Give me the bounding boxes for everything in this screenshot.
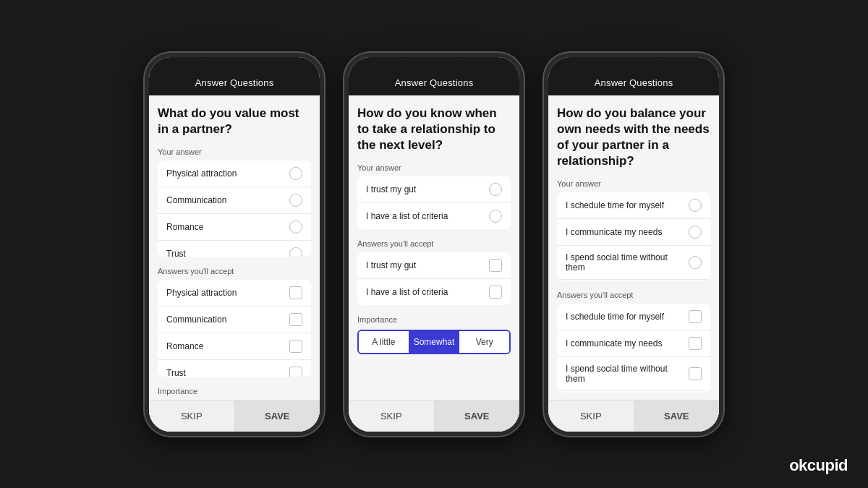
- option-label: I schedule time for myself: [566, 312, 664, 322]
- phone-2-footer: SKIP SAVE: [349, 400, 519, 432]
- importance-somewhat[interactable]: Somewhat: [409, 331, 460, 353]
- phone-3-save-button[interactable]: SAVE: [634, 401, 720, 432]
- list-item[interactable]: Trust: [158, 241, 311, 257]
- list-item[interactable]: I communicate my needs: [557, 330, 710, 357]
- checkbox[interactable]: [289, 286, 302, 299]
- checkbox[interactable]: [689, 310, 702, 323]
- list-item[interactable]: All of the above: [557, 280, 710, 281]
- option-label: I have a list of criteria: [366, 211, 448, 221]
- phone-1-importance-label: Importance: [158, 387, 311, 395]
- radio-circle[interactable]: [689, 256, 702, 269]
- option-label: Romance: [166, 222, 203, 232]
- radio-circle[interactable]: [289, 167, 302, 180]
- phone-2-importance-label: Importance: [357, 315, 511, 324]
- phone-1-footer: SKIP SAVE: [149, 400, 320, 432]
- importance-buttons: A little Somewhat Very: [357, 330, 511, 354]
- radio-circle[interactable]: [289, 194, 302, 207]
- phone-3-your-answer-group: I schedule time for myself I communicate…: [557, 192, 710, 281]
- checkbox[interactable]: [489, 259, 502, 272]
- phone-3-your-answer-label: Your answer: [557, 179, 710, 188]
- phone-1-skip-button[interactable]: SKIP: [149, 401, 234, 432]
- phone-1-accept-group: Physical attraction Communication Romanc…: [158, 280, 311, 376]
- phone-1-your-answer-group: Physical attraction Communication Romanc…: [158, 160, 311, 257]
- okcupid-logo: okcupid: [789, 456, 848, 475]
- list-item[interactable]: I spend social time without them: [557, 246, 710, 280]
- phone-2-your-answer-label: Your answer: [357, 163, 511, 172]
- checkbox[interactable]: [289, 313, 302, 326]
- list-item[interactable]: Physical attraction: [158, 280, 311, 307]
- option-label: I trust my gut: [366, 260, 416, 270]
- option-label: I have a list of criteria: [366, 287, 448, 297]
- checkbox[interactable]: [689, 337, 702, 350]
- notch-3: [605, 57, 663, 73]
- phone-2-question: How do you know when to take a relations…: [357, 106, 511, 153]
- option-label: I spend social time without them: [566, 252, 689, 273]
- radio-circle[interactable]: [689, 226, 702, 239]
- list-item[interactable]: I trust my gut: [357, 176, 511, 203]
- list-item[interactable]: I spend social time without them: [557, 357, 710, 391]
- option-label: Communication: [166, 195, 226, 205]
- option-label: Physical attraction: [166, 288, 237, 298]
- list-item[interactable]: I have a list of criteria: [357, 279, 511, 305]
- phone-3: Answer Questions How do you balance your…: [544, 53, 723, 436]
- phone-3-skip-button[interactable]: SKIP: [548, 401, 634, 432]
- list-item[interactable]: I schedule time for myself: [557, 304, 710, 330]
- importance-very[interactable]: Very: [459, 331, 509, 353]
- phone-2-accept-group: I trust my gut I have a list of criteria: [357, 252, 511, 305]
- phone-2-save-button[interactable]: SAVE: [435, 401, 520, 432]
- radio-circle[interactable]: [289, 247, 302, 257]
- phone-3-question: How do you balance your own needs with t…: [557, 106, 710, 169]
- option-label: Trust: [166, 249, 186, 257]
- radio-circle[interactable]: [689, 199, 702, 212]
- list-item[interactable]: Trust: [158, 360, 311, 376]
- option-label: I trust my gut: [366, 184, 416, 194]
- phone-2-accept-label: Answers you'll accept: [357, 239, 511, 248]
- phone-2-your-answer-group: I trust my gut I have a list of criteria: [357, 176, 511, 229]
- checkbox[interactable]: [289, 367, 302, 376]
- option-label: Romance: [166, 341, 203, 351]
- phone-2-skip-button[interactable]: SKIP: [349, 401, 434, 432]
- radio-circle[interactable]: [489, 210, 502, 223]
- phone-1: Answer Questions What do you value most …: [145, 53, 324, 436]
- phone-2-importance-section: A little Somewhat Very: [357, 330, 511, 354]
- phone-3-accept-label: Answers you'll accept: [557, 291, 710, 299]
- notch-1: [205, 57, 263, 73]
- option-label: Trust: [166, 368, 186, 376]
- list-item[interactable]: Romance: [158, 333, 311, 360]
- list-item[interactable]: Romance: [158, 214, 311, 241]
- list-item[interactable]: I communicate my needs: [557, 219, 710, 246]
- phone-3-footer: SKIP SAVE: [548, 400, 719, 432]
- phone-3-body: How do you balance your own needs with t…: [548, 95, 719, 400]
- list-item[interactable]: I have a list of criteria: [357, 203, 511, 229]
- importance-a-little[interactable]: A little: [359, 331, 409, 353]
- list-item[interactable]: I trust my gut: [357, 252, 511, 279]
- option-label: Physical attraction: [166, 168, 237, 179]
- phone-2: Answer Questions How do you know when to…: [344, 53, 524, 436]
- radio-circle[interactable]: [489, 183, 502, 196]
- option-label: Communication: [166, 314, 226, 325]
- radio-circle[interactable]: [289, 221, 302, 234]
- option-label: I communicate my needs: [566, 338, 662, 348]
- notch-2: [405, 57, 463, 73]
- list-item[interactable]: All of the above: [557, 391, 710, 392]
- list-item[interactable]: Communication: [158, 307, 311, 333]
- phone-2-body: How do you know when to take a relations…: [349, 95, 519, 400]
- phone-1-save-button[interactable]: SAVE: [235, 401, 320, 432]
- list-item[interactable]: Physical attraction: [158, 160, 311, 187]
- checkbox[interactable]: [689, 367, 702, 380]
- phone-1-accept-label: Answers you'll accept: [158, 267, 311, 275]
- phone-3-accept-group: I schedule time for myself I communicate…: [557, 304, 710, 392]
- option-label: I spend social time without them: [566, 364, 689, 384]
- checkbox[interactable]: [489, 286, 502, 299]
- checkbox[interactable]: [289, 340, 302, 353]
- option-label: I communicate my needs: [566, 227, 662, 237]
- list-item[interactable]: Communication: [158, 187, 311, 214]
- phone-1-question: What do you value most in a partner?: [158, 106, 311, 137]
- phone-1-your-answer-label: Your answer: [158, 147, 311, 156]
- phones-container: Answer Questions What do you value most …: [145, 53, 723, 436]
- phone-1-body: What do you value most in a partner? You…: [149, 95, 320, 400]
- option-label: I schedule time for myself: [566, 200, 664, 210]
- list-item[interactable]: I schedule time for myself: [557, 192, 710, 219]
